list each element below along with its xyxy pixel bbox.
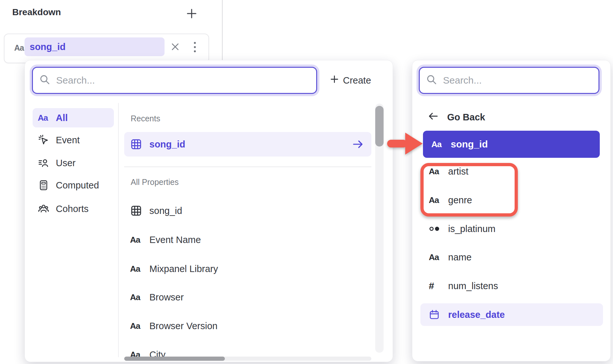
section-divider bbox=[124, 167, 371, 167]
arrow-left-icon bbox=[428, 111, 439, 124]
breakdown-section-title: Breakdown bbox=[12, 7, 61, 17]
property-picker-popover: Create Aa All Event User Computed bbox=[25, 60, 393, 362]
text-type-icon: Aa bbox=[130, 292, 142, 302]
category-tab-user[interactable]: User bbox=[33, 153, 114, 173]
text-type-icon: Aa bbox=[429, 252, 441, 262]
right-search-input[interactable] bbox=[443, 75, 598, 86]
property-option-label: is_platinum bbox=[448, 224, 496, 234]
property-option-label: artist bbox=[448, 166, 468, 177]
kebab-menu-icon bbox=[190, 42, 200, 52]
property-option-song-id-selected[interactable]: Aa song_id bbox=[423, 131, 600, 158]
property-detail-popover: Go Back Aa song_id Aa artist Aa genre is… bbox=[412, 60, 611, 361]
event-cursor-icon bbox=[38, 134, 50, 146]
all-properties-header: All Properties bbox=[131, 177, 179, 187]
number-type-icon: # bbox=[429, 280, 441, 291]
text-type-icon: Aa bbox=[429, 167, 441, 177]
property-item-label: Browser bbox=[149, 292, 184, 303]
text-type-icon: Aa bbox=[429, 195, 441, 205]
property-item-label: song_id bbox=[149, 206, 182, 216]
property-item-song-id[interactable]: song_id bbox=[124, 200, 371, 221]
plus-icon bbox=[330, 75, 339, 86]
cohorts-people-icon bbox=[38, 203, 50, 215]
user-icon bbox=[38, 157, 50, 169]
property-item-city[interactable]: Aa City bbox=[124, 344, 371, 364]
recents-header: Recents bbox=[131, 114, 160, 123]
property-item-label: Browser Version bbox=[149, 321, 217, 331]
recent-item-label: song_id bbox=[149, 139, 185, 150]
property-item-label: Mixpanel Library bbox=[149, 264, 218, 274]
category-tab-cohorts[interactable]: Cohorts bbox=[33, 199, 114, 218]
boolean-type-icon bbox=[429, 225, 441, 233]
category-label: Cohorts bbox=[56, 204, 89, 214]
breakdown-chip-card: Aa song_id bbox=[4, 34, 209, 63]
property-item-event-name[interactable]: Aa Event Name bbox=[124, 229, 371, 250]
breakdown-property-chip-label: song_id bbox=[25, 37, 65, 56]
screenshot-canvas: Breakdown Aa song_id bbox=[0, 0, 613, 364]
text-type-icon: Aa bbox=[130, 235, 142, 245]
create-property-button[interactable]: Create bbox=[327, 73, 374, 88]
property-option-num-listens[interactable]: # num_listens bbox=[420, 276, 603, 296]
left-search-box bbox=[32, 67, 317, 94]
property-option-label: genre bbox=[448, 195, 472, 206]
breakdown-options-button[interactable] bbox=[190, 42, 200, 52]
breakdown-property-chip[interactable]: song_id bbox=[25, 37, 165, 56]
property-option-genre[interactable]: Aa genre bbox=[420, 190, 603, 210]
add-breakdown-button[interactable] bbox=[186, 8, 197, 19]
property-option-release-date[interactable]: release_date bbox=[420, 303, 603, 326]
left-search-input[interactable] bbox=[56, 75, 316, 86]
category-tab-computed[interactable]: Computed bbox=[33, 176, 114, 195]
create-button-label: Create bbox=[343, 75, 371, 86]
property-option-artist[interactable]: Aa artist bbox=[420, 162, 603, 181]
breakdown-panel-right-border bbox=[222, 0, 223, 61]
property-item-mixpanel-library[interactable]: Aa Mixpanel Library bbox=[124, 258, 371, 279]
category-tab-all[interactable]: Aa All bbox=[33, 108, 114, 127]
go-back-button[interactable]: Go Back bbox=[419, 108, 554, 126]
property-option-label: name bbox=[448, 252, 472, 263]
remove-breakdown-button[interactable] bbox=[170, 42, 180, 52]
category-label: User bbox=[56, 158, 75, 168]
category-tab-event[interactable]: Event bbox=[33, 130, 114, 150]
vertical-scrollbar-thumb[interactable] bbox=[375, 106, 384, 147]
property-option-name[interactable]: Aa name bbox=[420, 248, 603, 267]
arrow-right-icon bbox=[352, 138, 364, 150]
text-type-icon: Aa bbox=[431, 139, 444, 149]
property-option-is-platinum[interactable]: is_platinum bbox=[420, 219, 603, 238]
text-type-icon: Aa bbox=[130, 321, 142, 331]
text-type-icon: Aa bbox=[38, 113, 50, 123]
property-option-label: num_listens bbox=[448, 281, 498, 291]
close-icon bbox=[171, 47, 180, 52]
search-icon bbox=[39, 74, 50, 86]
category-label: Event bbox=[56, 135, 80, 146]
horizontal-scrollbar-thumb[interactable] bbox=[124, 357, 225, 361]
text-type-icon: Aa bbox=[14, 43, 24, 53]
property-item-browser-version[interactable]: Aa Browser Version bbox=[124, 316, 371, 336]
table-grid-icon bbox=[130, 138, 142, 150]
category-label: All bbox=[56, 113, 68, 123]
property-item-browser[interactable]: Aa Browser bbox=[124, 287, 371, 308]
property-option-label: song_id bbox=[451, 139, 488, 150]
category-label: Computed bbox=[56, 180, 99, 191]
right-search-box bbox=[419, 67, 599, 94]
calculator-icon bbox=[38, 179, 50, 191]
go-back-label: Go Back bbox=[447, 112, 485, 123]
category-list-divider bbox=[118, 103, 119, 357]
text-type-icon: Aa bbox=[130, 264, 142, 274]
search-icon bbox=[426, 74, 437, 86]
plus-icon bbox=[186, 15, 197, 20]
property-item-label: Event Name bbox=[149, 235, 201, 245]
table-grid-icon bbox=[130, 205, 142, 217]
date-type-icon bbox=[429, 309, 441, 320]
recent-item-song-id[interactable]: song_id bbox=[124, 132, 371, 157]
property-option-label: release_date bbox=[448, 309, 505, 320]
